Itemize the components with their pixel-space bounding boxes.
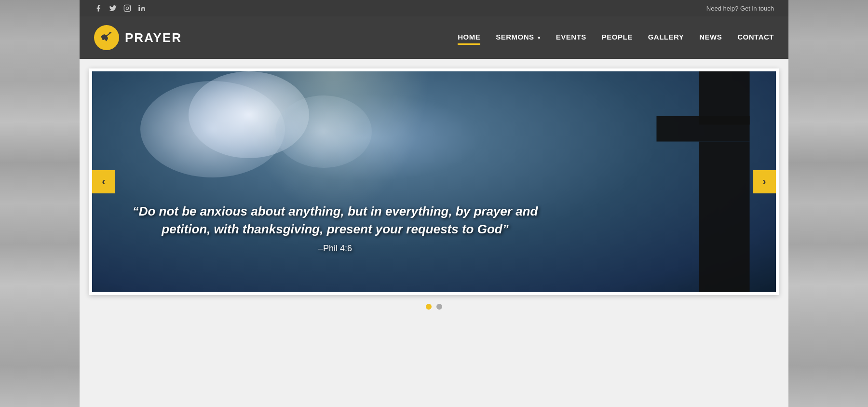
nav-contact[interactable]: CONTACT bbox=[737, 33, 774, 43]
svg-point-1 bbox=[126, 7, 128, 9]
nav-events[interactable]: EVENTS bbox=[556, 33, 586, 43]
quote-reference: –Phil 4:6 bbox=[111, 244, 559, 254]
nav-home[interactable]: HOME bbox=[458, 33, 480, 43]
light-rays bbox=[237, 71, 430, 216]
twitter-icon[interactable] bbox=[108, 4, 117, 13]
logo-circle bbox=[94, 25, 119, 50]
linkedin-icon[interactable] bbox=[137, 4, 146, 13]
slider-next-button[interactable]: › bbox=[753, 170, 776, 193]
dove-icon bbox=[100, 29, 113, 46]
slider-prev-button[interactable]: ‹ bbox=[92, 170, 115, 193]
nav-people[interactable]: PEOPLE bbox=[602, 33, 633, 43]
help-text: Need help? Get in touch bbox=[706, 5, 774, 12]
nav-gallery[interactable]: GALLERY bbox=[648, 33, 684, 43]
svg-point-2 bbox=[129, 6, 129, 7]
instagram-icon[interactable] bbox=[123, 4, 132, 13]
logo-text: PRAYER bbox=[125, 30, 182, 45]
cross-silhouette bbox=[540, 71, 776, 292]
logo[interactable]: PRAYER bbox=[94, 25, 182, 50]
svg-point-3 bbox=[138, 5, 140, 6]
slider-dots bbox=[89, 304, 779, 310]
header: PRAYER HOME SERMONS ▾ EVENTS PEOPLE GALL… bbox=[80, 16, 788, 59]
slide-quote: “Do not be anxious about anything, but i… bbox=[111, 203, 559, 254]
slider-dot-1[interactable] bbox=[426, 304, 432, 310]
top-bar: Need help? Get in touch bbox=[80, 0, 788, 16]
quote-text: “Do not be anxious about anything, but i… bbox=[111, 203, 559, 238]
nav-news[interactable]: NEWS bbox=[699, 33, 722, 43]
slider-container: “Do not be anxious about anything, but i… bbox=[80, 59, 788, 334]
hero-slider: “Do not be anxious about anything, but i… bbox=[89, 68, 779, 295]
svg-rect-0 bbox=[124, 5, 130, 11]
svg-point-4 bbox=[109, 32, 111, 34]
sermons-dropdown-arrow: ▾ bbox=[538, 35, 541, 41]
social-icons bbox=[94, 4, 146, 13]
nav-sermons[interactable]: SERMONS ▾ bbox=[496, 33, 541, 43]
slide-background bbox=[92, 71, 776, 292]
main-nav: HOME SERMONS ▾ EVENTS PEOPLE GALLERY NEW… bbox=[458, 33, 774, 43]
facebook-icon[interactable] bbox=[94, 4, 103, 13]
slider-dot-2[interactable] bbox=[436, 304, 442, 310]
